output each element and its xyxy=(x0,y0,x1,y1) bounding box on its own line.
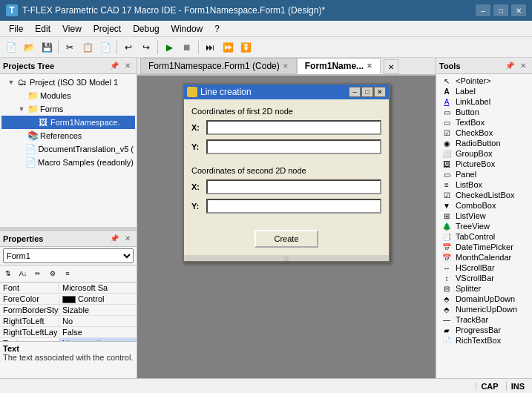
props-edit-btn[interactable]: ✏ xyxy=(31,267,45,280)
menu-window[interactable]: Window xyxy=(165,22,209,36)
toolbar-copy[interactable]: 📋 xyxy=(79,39,96,56)
tool-hscrollbar[interactable]: ↔ HScrollBar xyxy=(438,262,531,273)
tab-design[interactable]: Form1Name... ✕ xyxy=(297,58,381,74)
tab-code-close[interactable]: ✕ xyxy=(283,62,289,70)
props-val-righttoleft: No xyxy=(59,316,137,326)
toolbar-sep3 xyxy=(157,41,158,54)
toolbar-open[interactable]: 📂 xyxy=(21,39,37,56)
tree-toggle-forms[interactable]: ▼ xyxy=(16,104,27,114)
tool-textbox[interactable]: ▭ TextBox xyxy=(438,117,531,128)
menu-edit[interactable]: Edit xyxy=(29,22,56,36)
toolbar-cut[interactable]: ✂ xyxy=(62,39,78,56)
tool-numericupdown[interactable]: ⬘ NumericUpDown xyxy=(438,304,531,314)
tree-label-macrosamples: Macro Samples (readonly) xyxy=(38,158,134,167)
menu-debug[interactable]: Debug xyxy=(127,22,165,36)
toolbar-run[interactable]: ▶ xyxy=(161,39,177,56)
form-create-button[interactable]: Create xyxy=(254,230,318,248)
forecolor-swatch xyxy=(62,296,76,303)
tool-datetimepicker[interactable]: 📅 DateTimePicker xyxy=(438,242,531,252)
tool-combobox[interactable]: ▼ ComboBox xyxy=(438,200,531,211)
toolbar-redo[interactable]: ↪ xyxy=(138,39,154,56)
projects-tree-area[interactable]: ▼ 🗂 Project (ISO 3D Model 1 ▶ 📁 Modules … xyxy=(0,74,137,227)
tree-item-modules[interactable]: ▶ 📁 Modules xyxy=(1,89,135,102)
tab-code[interactable]: Form1Namespace.Form1 (Code) ✕ xyxy=(140,58,297,74)
props-sort-btn[interactable]: ⇅ xyxy=(1,267,15,280)
tree-item-forms[interactable]: ▼ 📁 Forms xyxy=(1,102,135,116)
tool-splitter[interactable]: ⊟ Splitter xyxy=(438,283,531,294)
tool-groupbox[interactable]: ⬜ GroupBox xyxy=(438,148,531,159)
tool-linklabel[interactable]: A LinkLabel xyxy=(438,96,531,107)
close-button[interactable]: ✕ xyxy=(511,4,526,16)
props-close-btn[interactable]: ✕ xyxy=(122,233,134,245)
toolbar-save[interactable]: 💾 xyxy=(39,39,55,56)
minimize-button[interactable]: – xyxy=(476,4,490,16)
toolbar-debug1[interactable]: ⏭ xyxy=(202,39,218,56)
props-row-font[interactable]: Font Microsoft Sa xyxy=(0,283,137,294)
tool-label-button: Button xyxy=(456,108,479,116)
props-row-righttoleft[interactable]: RightToLeft No xyxy=(0,316,137,327)
doctrans-icon: 📄 xyxy=(25,143,36,155)
tree-item-form1ns[interactable]: ▶ 🖼 Form1Namespace. xyxy=(1,116,135,129)
maximize-button[interactable]: □ xyxy=(493,4,508,16)
tool-panel[interactable]: ▭ Panel xyxy=(438,169,531,179)
form-input-y1[interactable] xyxy=(206,139,381,154)
props-form-dropdown[interactable]: Form1 xyxy=(3,248,134,263)
tool-checkbox[interactable]: ☑ CheckBox xyxy=(438,128,531,138)
tool-vscrollbar[interactable]: ↕ VScrollBar xyxy=(438,273,531,283)
menu-help[interactable]: ? xyxy=(208,22,226,36)
tool-tabcontrol[interactable]: 📑 TabControl xyxy=(438,231,531,242)
form-label-x1: X: xyxy=(191,123,206,132)
tool-pointer[interactable]: ↖ <Pointer> xyxy=(438,76,531,86)
props-row-formborder[interactable]: FormBorderSty Sizable xyxy=(0,305,137,316)
menu-file[interactable]: File xyxy=(3,22,29,36)
tree-item-references[interactable]: ▶ 📚 References xyxy=(1,129,135,142)
tree-item-macrosamples[interactable]: ▶ 📄 Macro Samples (readonly) xyxy=(1,156,135,169)
tool-checkedlistbox[interactable]: ☑ CheckedListBox xyxy=(438,190,531,200)
props-pin-button[interactable]: 📌 xyxy=(108,233,120,245)
toolbar-paste[interactable]: 📄 xyxy=(97,39,114,56)
tool-monthcalendar[interactable]: 📅 MonthCalendar xyxy=(438,252,531,262)
menu-view[interactable]: View xyxy=(56,22,88,36)
form-input-x2[interactable] xyxy=(206,179,381,194)
toolbar-undo[interactable]: ↩ xyxy=(120,39,137,56)
panel-pin-button[interactable]: 📌 xyxy=(108,60,120,72)
tools-pin-button[interactable]: 📌 xyxy=(504,60,516,72)
tool-progressbar[interactable]: ▰ ProgressBar xyxy=(438,325,531,335)
tree-item-project[interactable]: ▼ 🗂 Project (ISO 3D Model 1 xyxy=(1,76,135,89)
panel-close-btn[interactable]: ✕ xyxy=(122,60,134,72)
toolbar-new[interactable]: 📄 xyxy=(3,39,19,56)
form-input-x1[interactable] xyxy=(206,120,381,135)
tool-button[interactable]: ▭ Button xyxy=(438,107,531,117)
tool-listview[interactable]: ⊞ ListView xyxy=(438,211,531,221)
tool-treeview[interactable]: 🌲 TreeView xyxy=(438,221,531,231)
props-az-btn[interactable]: A↓ xyxy=(16,267,30,280)
form-input-y2[interactable] xyxy=(206,199,381,214)
tool-richtextbox[interactable]: 📄 RichTextBox xyxy=(438,335,531,346)
tool-trackbar[interactable]: — TrackBar xyxy=(438,314,531,325)
tool-listbox[interactable]: ≡ ListBox xyxy=(438,179,531,190)
tools-close-btn[interactable]: ✕ xyxy=(517,60,529,72)
toolbar-debug2[interactable]: ⏩ xyxy=(220,39,236,56)
tab-design-close[interactable]: ✕ xyxy=(367,62,372,70)
form-resize-handle[interactable]: ◇ xyxy=(184,255,389,261)
menu-project[interactable]: Project xyxy=(88,22,127,36)
close-all-button[interactable]: ✕ xyxy=(384,59,398,74)
toolbar-debug3[interactable]: ⏬ xyxy=(237,39,254,56)
form-minimize-btn[interactable]: – xyxy=(349,87,361,97)
tool-picturebox[interactable]: 🖼 PictureBox xyxy=(438,159,531,169)
form-close-btn[interactable]: ✕ xyxy=(374,87,386,97)
toolbar-stop[interactable]: ⏹ xyxy=(179,39,195,56)
tree-toggle-project[interactable]: ▼ xyxy=(6,77,16,87)
tool-label[interactable]: A Label xyxy=(438,86,531,96)
props-gear-btn[interactable]: ⚙ xyxy=(46,267,59,280)
monthcalendar-icon: 📅 xyxy=(441,253,453,262)
tool-domainupdown[interactable]: ⬘ DomainUpDown xyxy=(438,294,531,304)
tree-item-doctrans[interactable]: ▶ 📄 DocumentTranslation_v5 ( xyxy=(1,142,135,156)
props-row-righttoleftlay[interactable]: RightToLeftLay False xyxy=(0,327,137,338)
props-list-btn[interactable]: ≡ xyxy=(61,267,74,280)
props-row-forecolor[interactable]: ForeColor Control xyxy=(0,294,137,305)
form-maximize-btn[interactable]: □ xyxy=(361,87,373,97)
forms-icon: 📁 xyxy=(27,103,39,115)
radiobutton-icon: ◉ xyxy=(441,139,453,148)
tool-radiobutton[interactable]: ◉ RadioButton xyxy=(438,138,531,148)
